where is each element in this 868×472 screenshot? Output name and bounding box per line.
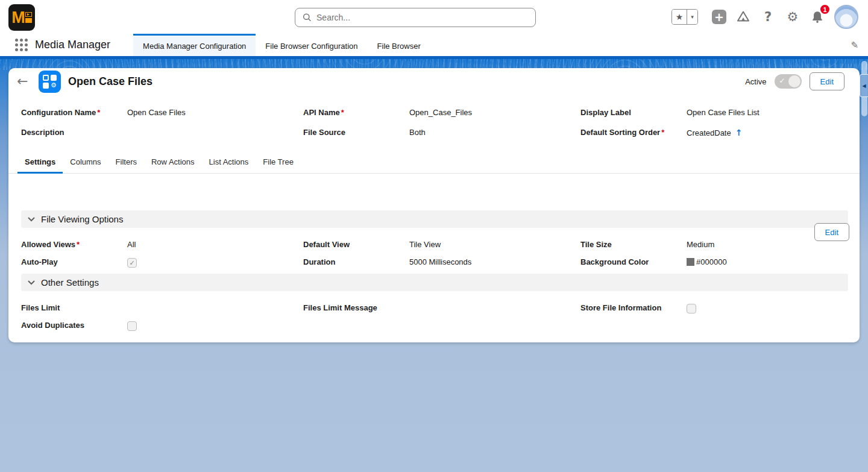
field-auto-play: Auto-Play ✓ [21, 257, 303, 269]
help-button[interactable]: ? [760, 9, 776, 25]
field-allowed-views: Allowed Views* All [21, 240, 303, 252]
field-label: Duration [303, 257, 409, 266]
edit-navigation-button[interactable]: ✎ [851, 34, 858, 56]
tab-settings[interactable]: Settings [17, 150, 63, 173]
gear-icon: ⚙ [787, 11, 799, 24]
nav-tab-media-manager-configuration[interactable]: Media Manager Configuration [133, 34, 256, 56]
store-file-information-checkbox[interactable]: ✓ [687, 304, 696, 313]
tab-file-tree[interactable]: File Tree [256, 150, 301, 173]
toggle-knob [788, 75, 800, 87]
required-asterisk: * [77, 240, 80, 249]
file-viewing-options-fields: Allowed Views* All Default View Tile Vie… [21, 240, 848, 269]
field-value: CreatedDate↑ [687, 128, 742, 137]
trailhead-icon [736, 10, 750, 24]
field-files-limit-message: Files Limit Message [303, 303, 580, 315]
nav-tab-file-browser[interactable]: File Browser [368, 34, 430, 56]
nav-tabs: Media Manager Configuration File Browser… [133, 34, 430, 56]
setup-button[interactable]: ⚙ [785, 9, 800, 25]
section-title: Other Settings [41, 277, 99, 288]
field-tile-size: Tile Size Medium [580, 240, 848, 252]
sort-ascending-icon[interactable]: ↑ [735, 128, 743, 137]
field-avoid-duplicates: Avoid Duplicates ✓ [21, 321, 303, 333]
global-header-actions: ★ ▾ + ? ⚙ [671, 0, 858, 34]
chevron-down-icon [27, 216, 36, 222]
field-value: Open_Case_Files [409, 108, 472, 117]
field-label: Files Limit Message [303, 303, 409, 312]
field-store-file-information: Store File Information ✓ [580, 303, 848, 315]
field-value: #000000 [687, 257, 727, 266]
field-value: 5000 Milliseconds [409, 257, 471, 266]
play-icon [25, 12, 32, 17]
field-default-view: Default View Tile View [303, 240, 580, 252]
field-duration: Duration 5000 Milliseconds [303, 257, 580, 269]
page-title: Open Case Files [68, 75, 153, 88]
section-title: File Viewing Options [41, 214, 123, 224]
app-logo[interactable]: M [8, 4, 35, 31]
field-label: Tile Size [580, 240, 687, 249]
screen: M ★ ▾ + [0, 0, 868, 472]
color-swatch [687, 258, 694, 266]
avoid-duplicates-checkbox[interactable]: ✓ [127, 321, 137, 331]
section-file-viewing-options[interactable]: File Viewing Options [21, 210, 848, 228]
favorite-star-button[interactable]: ★ [672, 10, 687, 24]
field-background-color: Background Color #000000 [580, 257, 848, 269]
app-name: Media Manager [35, 39, 110, 51]
back-arrow-icon: ← [17, 74, 28, 89]
field-label: Avoid Duplicates [21, 321, 127, 330]
question-mark-icon: ? [764, 10, 772, 24]
tab-filters[interactable]: Filters [108, 150, 144, 173]
tab-list-actions[interactable]: List Actions [202, 150, 256, 173]
favorites-dropdown-button[interactable]: ▾ [687, 10, 697, 24]
astro-avatar-image [835, 6, 857, 28]
record-header: ← ⚙ Open Case Files Active ✓ Edit [8, 68, 860, 95]
field-label: Configuration Name* [21, 108, 127, 117]
edit-record-button[interactable]: Edit [810, 72, 844, 90]
settings-panel: Edit File Viewing Options Allowed Views*… [8, 210, 860, 380]
favorites-button-group: ★ ▾ [671, 9, 698, 25]
field-label: Background Color [580, 257, 687, 266]
pencil-icon: ✎ [851, 40, 858, 51]
nav-tab-file-browser-configuration[interactable]: File Browser Configuration [256, 34, 367, 56]
field-value: Both [409, 128, 426, 137]
notification-badge: 1 [819, 4, 831, 15]
field-label: Store File Information [580, 303, 687, 312]
field-label: Default View [303, 240, 409, 249]
field-label: API Name* [303, 108, 409, 117]
configuration-object-icon: ⚙ [39, 71, 61, 93]
guidance-center-button[interactable] [735, 9, 751, 25]
back-button[interactable]: ← [17, 75, 34, 88]
tab-columns[interactable]: Columns [63, 150, 108, 173]
global-actions-button[interactable]: + [712, 10, 726, 24]
active-toggle-label: Active [745, 77, 766, 86]
field-value: Medium [687, 240, 714, 249]
section-other-settings[interactable]: Other Settings [21, 274, 848, 291]
collapse-arrow-icon: ◀ [862, 83, 866, 89]
field-label: File Source [303, 128, 409, 137]
edit-settings-button[interactable]: Edit [814, 223, 849, 241]
star-icon: ★ [676, 12, 684, 22]
main-content: ← ⚙ Open Case Files Active ✓ Edit [0, 56, 868, 472]
search-input[interactable] [316, 13, 528, 22]
user-avatar[interactable] [834, 5, 858, 29]
field-label: Files Limit [21, 303, 127, 312]
detail-tabs: Settings Columns Filters Row Actions Lis… [8, 150, 860, 174]
tab-row-actions[interactable]: Row Actions [144, 150, 202, 173]
record-header-actions: Active ✓ Edit [745, 72, 844, 90]
field-label: Description [21, 128, 127, 137]
waffle-icon [15, 39, 28, 51]
notifications-button[interactable]: 1 [810, 9, 825, 25]
media-icon [25, 12, 32, 23]
active-toggle[interactable]: ✓ [775, 74, 802, 89]
required-asterisk: * [341, 108, 344, 117]
global-header: M ★ ▾ + [0, 0, 868, 34]
collapse-panel-button[interactable]: ◀ [860, 74, 868, 97]
image-icon [25, 18, 32, 23]
global-search[interactable] [295, 8, 536, 27]
required-asterisk: * [661, 128, 664, 137]
auto-play-checkbox[interactable]: ✓ [127, 258, 137, 268]
field-label: Auto-Play [21, 257, 127, 266]
caret-down-icon: ▾ [691, 14, 694, 20]
app-launcher-button[interactable] [15, 39, 28, 51]
field-value: Open Case Files List [687, 108, 760, 117]
field-file-source: File Source Both [303, 128, 580, 140]
